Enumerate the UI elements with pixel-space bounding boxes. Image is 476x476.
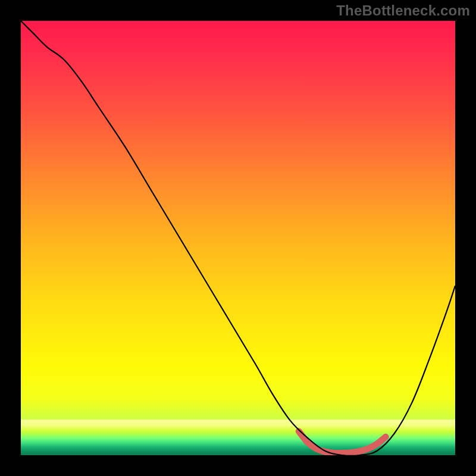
curve-layer — [21, 21, 455, 455]
watermark-text: TheBottleneck.com — [336, 2, 470, 19]
plot-area — [21, 21, 455, 455]
chart-frame: TheBottleneck.com — [0, 0, 476, 476]
bottleneck-curve — [21, 21, 455, 455]
